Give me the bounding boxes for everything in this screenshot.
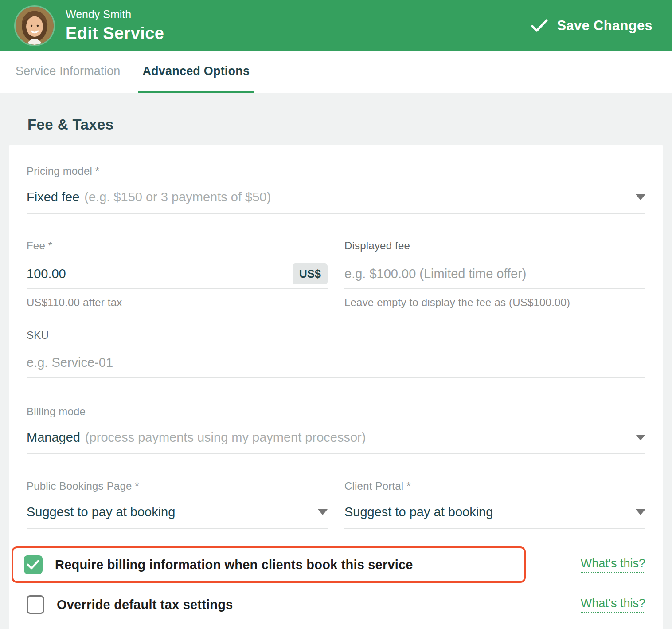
client-portal-label: Client Portal * — [344, 480, 645, 492]
chevron-down-icon — [636, 435, 645, 440]
fee-taxes-card: Pricing model * Fixed fee (e.g. $150 or … — [9, 145, 663, 629]
public-bookings-select[interactable]: Suggest to pay at booking — [27, 504, 328, 529]
billing-mode-label: Billing mode — [27, 405, 645, 418]
save-changes-label: Save Changes — [557, 18, 652, 34]
billing-mode-value: Managed — [27, 429, 80, 445]
tab-advanced-options[interactable]: Advanced Options — [138, 51, 254, 93]
fee-group: Fee * US$ US$110.00 after tax — [27, 240, 328, 309]
section-title: Fee & Taxes — [27, 116, 663, 133]
pricing-model-label: Pricing model * — [27, 165, 645, 177]
fee-row: Fee * US$ US$110.00 after tax Displayed … — [27, 240, 645, 309]
page-title: Edit Service — [66, 24, 164, 43]
whats-this-link[interactable]: What's this? — [581, 597, 645, 613]
header-texts: Wendy Smith Edit Service — [66, 8, 164, 43]
payment-options-row: Public Bookings Page * Suggest to pay at… — [27, 480, 645, 529]
fee-input[interactable] — [27, 267, 293, 281]
pricing-model-value: Fixed fee — [27, 189, 79, 205]
currency-badge: US$ — [293, 263, 328, 284]
public-bookings-group: Public Bookings Page * Suggest to pay at… — [27, 480, 328, 529]
avatar — [14, 5, 55, 46]
tab-bar: Service Information Advanced Options — [0, 51, 672, 93]
displayed-fee-helper: Leave empty to display the fee as (US$10… — [344, 296, 645, 309]
displayed-fee-input[interactable] — [344, 267, 645, 281]
displayed-fee-group: Displayed fee Leave empty to display the… — [344, 240, 645, 309]
save-changes-button[interactable]: Save Changes — [531, 18, 652, 34]
displayed-fee-input-row — [344, 263, 645, 289]
pricing-model-hint: (e.g. $150 or 3 payments of $50) — [84, 189, 271, 205]
fee-helper: US$110.00 after tax — [27, 296, 328, 309]
checkbox-section: Require billing information when clients… — [27, 546, 645, 622]
sku-input-row — [27, 352, 645, 378]
billing-mode-group: Billing mode Managed (process payments u… — [27, 405, 645, 454]
pricing-model-group: Pricing model * Fixed fee (e.g. $150 or … — [27, 165, 645, 214]
override-tax-row: Override default tax settings What's thi… — [27, 591, 645, 622]
require-billing-row: Require billing information when clients… — [27, 546, 645, 583]
whats-this-link[interactable]: What's this? — [581, 557, 645, 573]
sku-group: SKU — [27, 329, 645, 378]
check-icon — [27, 560, 39, 570]
chevron-down-icon — [636, 509, 645, 515]
client-portal-group: Client Portal * Suggest to pay at bookin… — [344, 480, 645, 529]
billing-mode-select[interactable]: Managed (process payments using my payme… — [27, 429, 645, 454]
client-portal-value: Suggest to pay at booking — [344, 504, 493, 520]
displayed-fee-label: Displayed fee — [344, 240, 645, 252]
sku-input[interactable] — [27, 355, 645, 370]
billing-mode-hint: (process payments using my payment proce… — [85, 429, 366, 445]
fee-label: Fee * — [27, 240, 328, 252]
public-bookings-label: Public Bookings Page * — [27, 480, 328, 492]
header: Wendy Smith Edit Service Save Changes — [0, 0, 672, 51]
chevron-down-icon — [636, 194, 645, 200]
avatar-image — [16, 7, 54, 45]
user-name: Wendy Smith — [66, 8, 164, 21]
override-tax-checkbox[interactable] — [27, 595, 44, 614]
pricing-model-select[interactable]: Fixed fee (e.g. $150 or 3 payments of $5… — [27, 189, 645, 214]
fee-input-row: US$ — [27, 263, 328, 289]
sku-label: SKU — [27, 329, 645, 342]
client-portal-select[interactable]: Suggest to pay at booking — [344, 504, 645, 529]
require-billing-label[interactable]: Require billing information when clients… — [55, 558, 413, 572]
content: Fee & Taxes Pricing model * Fixed fee (e… — [0, 116, 672, 629]
tab-service-information[interactable]: Service Information — [11, 51, 125, 93]
public-bookings-value: Suggest to pay at booking — [27, 504, 175, 520]
highlight-annotation: Require billing information when clients… — [12, 546, 526, 583]
check-icon — [531, 19, 548, 32]
chevron-down-icon — [318, 509, 328, 515]
require-billing-checkbox[interactable] — [24, 555, 43, 574]
override-tax-label[interactable]: Override default tax settings — [57, 598, 233, 612]
